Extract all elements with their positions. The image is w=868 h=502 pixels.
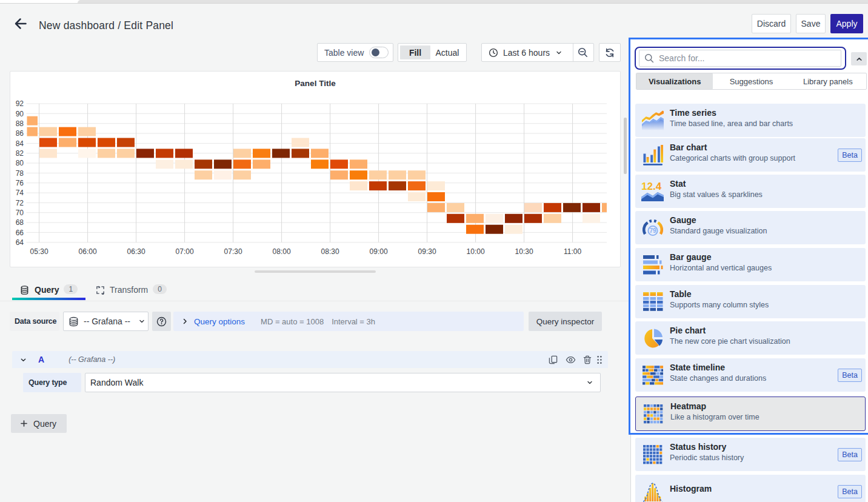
svg-text:66: 66	[16, 229, 24, 237]
svg-text:80: 80	[16, 159, 24, 167]
svg-text:10:00: 10:00	[467, 247, 485, 256]
svg-text:09:30: 09:30	[418, 247, 436, 256]
svg-text:86: 86	[16, 129, 24, 138]
svg-text:92: 92	[16, 99, 24, 108]
svg-text:70: 70	[16, 209, 24, 217]
svg-text:64: 64	[16, 238, 24, 247]
svg-text:68: 68	[16, 218, 24, 227]
svg-text:72: 72	[16, 199, 24, 207]
svg-text:88: 88	[16, 119, 24, 128]
svg-text:06:00: 06:00	[79, 247, 97, 256]
svg-text:10:30: 10:30	[515, 247, 533, 256]
svg-text:76: 76	[16, 179, 24, 187]
svg-text:84: 84	[16, 139, 24, 148]
svg-text:11:00: 11:00	[564, 247, 581, 256]
svg-text:08:30: 08:30	[321, 247, 339, 256]
svg-text:78: 78	[16, 169, 24, 178]
svg-text:06:30: 06:30	[127, 247, 145, 256]
svg-text:05:30: 05:30	[30, 247, 48, 256]
svg-text:07:00: 07:00	[176, 247, 194, 256]
svg-text:90: 90	[16, 110, 24, 118]
svg-text:09:00: 09:00	[370, 247, 388, 256]
svg-text:82: 82	[16, 149, 24, 158]
svg-text:74: 74	[16, 189, 24, 197]
svg-text:08:00: 08:00	[273, 247, 291, 256]
svg-text:07:30: 07:30	[224, 247, 242, 256]
